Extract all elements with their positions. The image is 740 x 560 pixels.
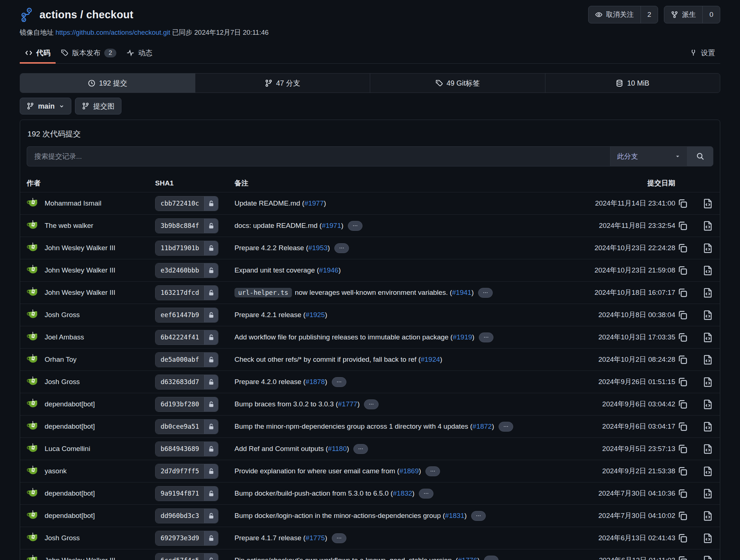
copy-sha-icon[interactable] <box>677 399 688 410</box>
mirror-url-link[interactable]: https://github.com/actions/checkout.git <box>56 29 170 36</box>
expand-message-button[interactable] <box>348 221 363 231</box>
copy-sha-icon[interactable] <box>677 511 688 521</box>
stat-size[interactable]: 10 MiB <box>545 74 720 93</box>
author-name[interactable]: Luca Comellini <box>45 445 90 453</box>
browse-source-icon[interactable] <box>703 265 713 276</box>
copy-sha-icon[interactable] <box>677 243 688 253</box>
commit-sha-badge[interactable]: 6ccd57f4c5 <box>155 553 218 560</box>
browse-source-icon[interactable] <box>703 377 713 387</box>
copy-sha-icon[interactable] <box>677 310 688 320</box>
commit-sha-badge[interactable]: e3d2460bbb <box>155 263 218 278</box>
author-name[interactable]: Mohammad Ismail <box>45 199 101 207</box>
copy-sha-icon[interactable] <box>677 421 688 432</box>
commit-sha-badge[interactable]: 11bd71901b <box>155 241 218 256</box>
pr-link[interactable]: #1878 <box>305 378 325 386</box>
author-name[interactable]: Josh Gross <box>45 378 80 386</box>
browse-source-icon[interactable] <box>703 511 713 521</box>
browse-source-icon[interactable] <box>703 533 713 544</box>
pr-link[interactable]: #1872 <box>473 422 492 431</box>
tab-code[interactable]: 代码 <box>20 44 56 63</box>
commit-graph-button[interactable]: 提交图 <box>75 98 122 114</box>
copy-sha-icon[interactable] <box>677 533 688 544</box>
author-name[interactable]: dependabot[bot] <box>45 422 95 431</box>
copy-sha-icon[interactable] <box>677 198 688 209</box>
browse-source-icon[interactable] <box>703 488 713 499</box>
copy-sha-icon[interactable] <box>677 444 688 454</box>
browse-source-icon[interactable] <box>703 332 713 343</box>
browse-source-icon[interactable] <box>703 421 713 432</box>
pr-link[interactable]: #1924 <box>421 356 440 364</box>
site-logo-icon[interactable] <box>20 7 34 22</box>
commit-sha-badge[interactable]: d632683dd7 <box>155 375 218 390</box>
pr-link[interactable]: #1971 <box>322 222 341 230</box>
expand-message-button[interactable] <box>471 511 486 521</box>
author-name[interactable]: dependabot[bot] <box>45 400 95 408</box>
stat-branches[interactable]: 47 分支 <box>195 74 370 93</box>
browse-source-icon[interactable] <box>703 221 713 231</box>
author-name[interactable]: The web walker <box>45 222 93 230</box>
commit-sha-badge[interactable]: 3b9b8c884f <box>155 218 218 233</box>
branch-selector[interactable]: main <box>20 98 71 114</box>
expand-message-button[interactable] <box>364 399 379 409</box>
stat-tags[interactable]: 49 Git标签 <box>370 74 545 93</box>
commit-sha-badge[interactable]: de5a000abf <box>155 352 218 367</box>
commit-sha-badge[interactable]: 692973e3d9 <box>155 531 218 546</box>
author-name[interactable]: John Wesley Walker III <box>45 244 115 252</box>
expand-message-button[interactable] <box>332 377 346 387</box>
commit-sha-badge[interactable]: b684943689 <box>155 441 218 456</box>
author-name[interactable]: Josh Gross <box>45 311 80 319</box>
commit-sha-badge[interactable]: cbb722410c <box>155 196 218 211</box>
pr-link[interactable]: #1832 <box>393 489 412 497</box>
copy-sha-icon[interactable] <box>677 466 688 477</box>
author-name[interactable]: Orhan Toy <box>45 356 76 364</box>
tab-activity[interactable]: 动态 <box>121 44 157 63</box>
expand-message-button[interactable] <box>478 288 493 298</box>
browse-source-icon[interactable] <box>703 287 713 298</box>
author-name[interactable]: dependabot[bot] <box>45 512 95 520</box>
browse-source-icon[interactable] <box>703 466 713 477</box>
pr-link[interactable]: #1953 <box>308 244 328 252</box>
expand-message-button[interactable] <box>425 466 440 476</box>
copy-sha-icon[interactable] <box>677 377 688 387</box>
commit-sha-badge[interactable]: eef61447b9 <box>155 308 218 323</box>
pr-link[interactable]: #1946 <box>319 266 338 274</box>
author-name[interactable]: dependabot[bot] <box>45 489 95 497</box>
author-name[interactable]: Josh Gross <box>45 534 80 542</box>
watch-count[interactable]: 2 <box>641 6 658 23</box>
commit-sha-badge[interactable]: 9a9194f871 <box>155 486 218 501</box>
copy-sha-icon[interactable] <box>677 354 688 365</box>
expand-message-button[interactable] <box>334 243 349 253</box>
commit-sha-badge[interactable]: db0cee9a51 <box>155 419 218 434</box>
stat-commits[interactable]: 192 提交 <box>20 74 195 93</box>
commit-sha-badge[interactable]: dd960bd3c3 <box>155 508 218 523</box>
expand-message-button[interactable] <box>499 422 513 432</box>
tab-settings[interactable]: 设置 <box>684 44 720 63</box>
expand-message-button[interactable] <box>353 444 368 454</box>
author-name[interactable]: John Wesley Walker III <box>45 289 115 297</box>
branch-filter-select[interactable]: 此分支 <box>610 146 687 166</box>
pr-link[interactable]: #1919 <box>453 333 472 341</box>
expand-message-button[interactable] <box>419 489 433 499</box>
author-name[interactable]: John Wesley Walker III <box>45 266 115 274</box>
author-name[interactable]: John Wesley Walker III <box>45 556 115 560</box>
fork-count[interactable]: 0 <box>702 6 720 23</box>
commit-sha-badge[interactable]: 6b42224f41 <box>155 330 218 345</box>
browse-source-icon[interactable] <box>703 444 713 454</box>
browse-source-icon[interactable] <box>703 555 713 560</box>
expand-message-button[interactable] <box>484 556 499 560</box>
browse-source-icon[interactable] <box>703 354 713 365</box>
copy-sha-icon[interactable] <box>677 555 688 560</box>
browse-source-icon[interactable] <box>703 310 713 320</box>
expand-message-button[interactable] <box>479 332 493 342</box>
copy-sha-icon[interactable] <box>677 221 688 231</box>
commit-sha-badge[interactable]: 6d193bf280 <box>155 397 218 412</box>
commit-sha-badge[interactable]: 2d7d9f7ff5 <box>155 464 218 479</box>
pr-link[interactable]: #1776 <box>458 556 477 560</box>
pr-link[interactable]: #1831 <box>445 512 465 520</box>
pr-link[interactable]: #1180 <box>328 445 347 453</box>
pr-link[interactable]: #1925 <box>305 311 325 319</box>
fork-button[interactable]: 派生 0 <box>664 6 720 23</box>
browse-source-icon[interactable] <box>703 399 713 410</box>
copy-sha-icon[interactable] <box>677 332 688 343</box>
author-name[interactable]: yasonk <box>45 467 67 475</box>
